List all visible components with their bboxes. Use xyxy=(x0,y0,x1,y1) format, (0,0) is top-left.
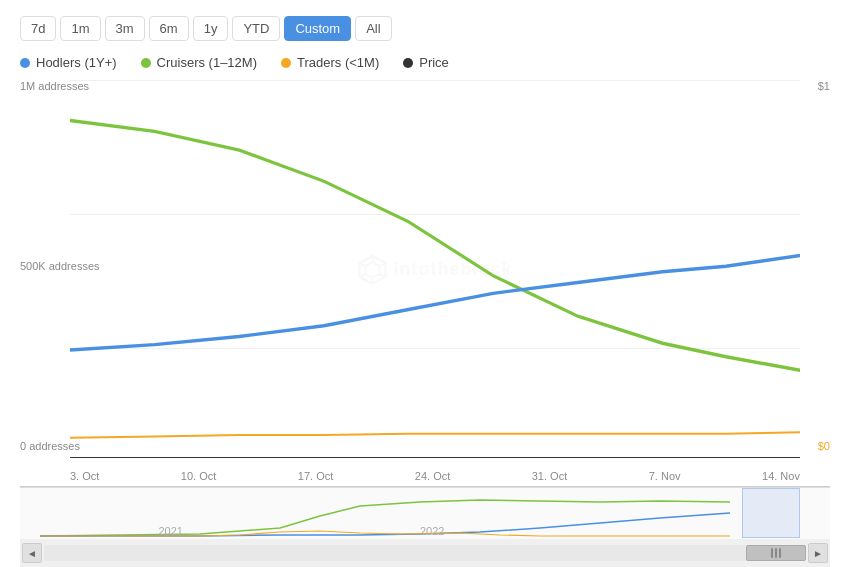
y-axis-right: $1 $0 xyxy=(800,80,830,456)
mini-x-label-2021: 2021 xyxy=(159,525,183,537)
chart-svg-container: intotheblock xyxy=(70,80,800,458)
main-chart-svg xyxy=(70,80,800,458)
time-btn-all[interactable]: All xyxy=(355,16,391,41)
main-chart: 1M addresses 500K addresses 0 addresses … xyxy=(20,80,830,487)
time-range-selector: 7d1m3m6m1yYTDCustomAll xyxy=(20,16,830,41)
time-btn-3m[interactable]: 3m xyxy=(105,16,145,41)
legend-item-cruisers: Cruisers (1–12M) xyxy=(141,55,257,70)
legend-dot-cruisers xyxy=(141,58,151,68)
chart-legend: Hodlers (1Y+) Cruisers (1–12M) Traders (… xyxy=(20,55,830,70)
legend-item-hodlers: Hodlers (1Y+) xyxy=(20,55,117,70)
mini-x-label-2022: 2022 xyxy=(420,525,444,537)
scroll-thumb[interactable] xyxy=(746,545,806,561)
legend-dot-price xyxy=(403,58,413,68)
handle-bar-3 xyxy=(779,548,781,558)
y-label-right-top: $1 xyxy=(818,80,830,92)
legend-label-traders: Traders (<1M) xyxy=(297,55,379,70)
x-label-1: 10. Oct xyxy=(181,470,216,482)
x-label-0: 3. Oct xyxy=(70,470,99,482)
time-btn-custom[interactable]: Custom xyxy=(284,16,351,41)
app-container: 7d1m3m6m1yYTDCustomAll Hodlers (1Y+) Cru… xyxy=(0,0,850,567)
x-label-2: 17. Oct xyxy=(298,470,333,482)
legend-label-cruisers: Cruisers (1–12M) xyxy=(157,55,257,70)
x-label-5: 7. Nov xyxy=(649,470,681,482)
legend-item-price: Price xyxy=(403,55,449,70)
time-btn-7d[interactable]: 7d xyxy=(20,16,56,41)
chart-area: 1M addresses 500K addresses 0 addresses … xyxy=(20,80,830,567)
scroll-thumb-handle xyxy=(771,548,781,558)
time-btn-1m[interactable]: 1m xyxy=(60,16,100,41)
mini-chart-container: 2021 2022 ◄ ► xyxy=(20,487,830,567)
legend-dot-hodlers xyxy=(20,58,30,68)
y-label-right-bottom: $0 xyxy=(818,440,830,452)
legend-label-price: Price xyxy=(419,55,449,70)
scroll-track[interactable] xyxy=(44,545,806,561)
scroll-right-button[interactable]: ► xyxy=(808,543,828,563)
time-btn-1y[interactable]: 1y xyxy=(193,16,229,41)
x-label-4: 31. Oct xyxy=(532,470,567,482)
scroll-left-button[interactable]: ◄ xyxy=(22,543,42,563)
legend-item-traders: Traders (<1M) xyxy=(281,55,379,70)
legend-label-hodlers: Hodlers (1Y+) xyxy=(36,55,117,70)
mini-x-labels: 2021 2022 xyxy=(40,525,800,537)
x-label-3: 24. Oct xyxy=(415,470,450,482)
handle-bar-1 xyxy=(771,548,773,558)
x-label-6: 14. Nov xyxy=(762,470,800,482)
scrollbar: ◄ ► xyxy=(20,539,830,567)
legend-dot-traders xyxy=(281,58,291,68)
time-btn-ytd[interactable]: YTD xyxy=(232,16,280,41)
handle-bar-2 xyxy=(775,548,777,558)
time-btn-6m[interactable]: 6m xyxy=(149,16,189,41)
x-axis-labels: 3. Oct 10. Oct 17. Oct 24. Oct 31. Oct 7… xyxy=(70,470,800,482)
